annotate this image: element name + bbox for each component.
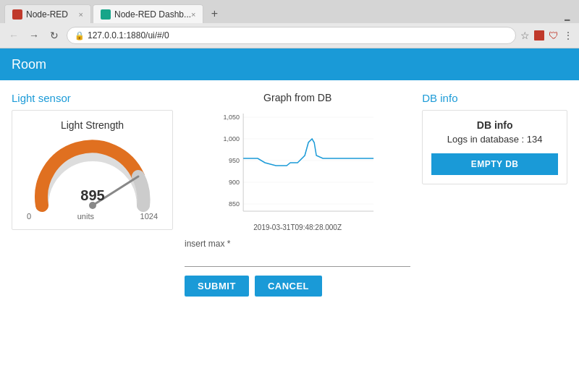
tab-label-node-red: Node-RED <box>26 9 68 20</box>
db-info-box: DB info Logs in database : 134 EMPTY DB <box>422 110 567 184</box>
extension-icon-red <box>534 30 544 41</box>
empty-db-button[interactable]: EMPTY DB <box>431 153 558 175</box>
submit-button[interactable]: SUBMIT <box>185 276 249 297</box>
bookmark-icon[interactable]: ☆ <box>520 30 530 41</box>
url-text: 127.0.0.1:1880/ui/#/0 <box>88 30 169 41</box>
db-logs-count: Logs in database : 134 <box>431 134 558 145</box>
button-row: SUBMIT CANCEL <box>185 276 410 297</box>
insert-max-input[interactable] <box>185 251 410 267</box>
svg-text:1,050: 1,050 <box>224 114 240 121</box>
url-bar[interactable]: 🔒 127.0.0.1:1880/ui/#/0 <box>67 27 516 44</box>
graph-svg: 1,050 1,000 950 900 850 <box>185 106 410 222</box>
svg-text:850: 850 <box>229 200 240 208</box>
gauge-title: Light Strength <box>21 119 164 131</box>
gauge-svg: 895 <box>28 137 158 216</box>
input-section: insert max * <box>185 239 410 267</box>
extension-icon-shield: 🛡 <box>549 30 559 41</box>
reload-button[interactable]: ↻ <box>46 27 62 43</box>
light-sensor-panel: Light sensor Light Strength 895 <box>12 92 173 381</box>
tab-label-dashboard: Node-RED Dashb... <box>114 9 191 20</box>
new-tab-button[interactable]: + <box>205 4 224 23</box>
tab-node-red[interactable]: Node-RED × <box>4 4 91 23</box>
gauge-container: 895 <box>28 137 158 209</box>
svg-text:1,000: 1,000 <box>224 135 240 142</box>
graph-area: 1,050 1,000 950 900 850 <box>185 106 410 222</box>
back-button[interactable]: ← <box>6 27 22 43</box>
app-body: Light sensor Light Strength 895 <box>0 80 579 392</box>
graph-panel: Graph from DB 1,050 1,000 950 900 850 <box>185 92 410 381</box>
app-header: Room <box>0 48 579 80</box>
tab-icon-dashboard <box>101 9 111 20</box>
forward-button[interactable]: → <box>26 27 42 43</box>
tab-close-node-red[interactable]: × <box>79 10 83 19</box>
lock-icon: 🔒 <box>75 31 85 41</box>
browser-chrome: Node-RED × Node-RED Dashb... × + 🗕 ← → ↻… <box>0 0 579 48</box>
gauge-panel: Light Strength 895 0 unit <box>12 110 173 230</box>
graph-title: Graph from DB <box>185 92 410 103</box>
menu-icon[interactable]: ⋮ <box>563 30 573 41</box>
svg-text:950: 950 <box>229 157 240 164</box>
cancel-button[interactable]: CANCEL <box>255 276 322 297</box>
input-label: insert max * <box>185 239 410 249</box>
tab-icon-node-red <box>12 9 22 20</box>
light-sensor-title: Light sensor <box>12 92 173 104</box>
db-info-title: DB info <box>422 92 567 104</box>
svg-text:895: 895 <box>80 187 104 203</box>
tab-node-red-dashboard[interactable]: Node-RED Dashb... × <box>93 4 203 23</box>
address-bar: ← → ↻ 🔒 127.0.0.1:1880/ui/#/0 ☆ 🛡 ⋮ <box>0 23 579 48</box>
svg-text:900: 900 <box>229 179 240 186</box>
tab-bar: Node-RED × Node-RED Dashb... × + 🗕 <box>0 0 579 23</box>
minimize-button[interactable]: 🗕 <box>563 13 572 23</box>
page-title: Room <box>12 57 46 72</box>
graph-timestamp: 2019-03-31T09:48:28.000Z <box>185 223 410 231</box>
tab-close-dashboard[interactable]: × <box>191 10 195 19</box>
db-info-box-title: DB info <box>431 119 558 131</box>
db-info-panel: DB info DB info Logs in database : 134 E… <box>422 92 567 381</box>
